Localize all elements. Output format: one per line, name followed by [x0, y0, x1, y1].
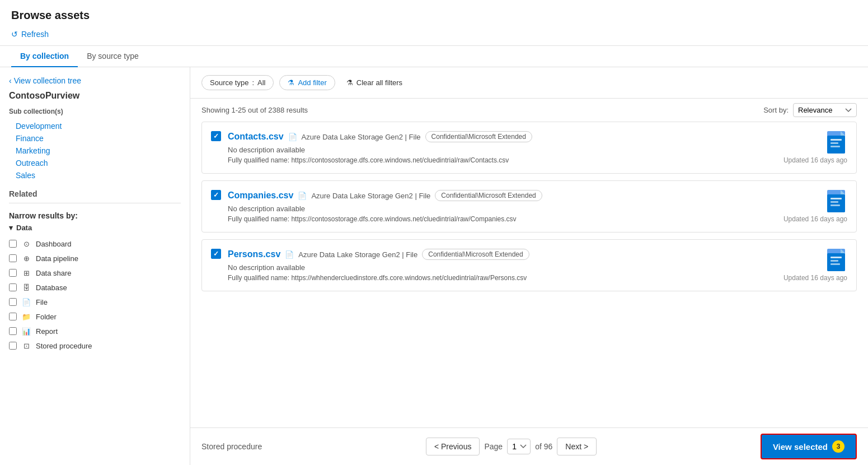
data-section-header[interactable]: ▾ Data [9, 224, 181, 232]
view-selected-button[interactable]: View selected 3 [761, 434, 857, 459]
asset-fqn-companies-csv: Fully qualified name: https://contososto… [228, 215, 818, 223]
source-type-value: All [257, 78, 265, 87]
file-type-icon-2: 📄 [298, 192, 307, 200]
results-bar: Showing 1-25 out of 2388 results Sort by… [190, 99, 868, 122]
filter-item-file[interactable]: 📄 File [9, 295, 181, 309]
filter-item-stored-procedure[interactable]: ⊡ Stored procedure [9, 338, 181, 353]
clear-all-filters-button[interactable]: ⚗ Clear all filters [341, 76, 408, 90]
sort-row: Sort by: Relevance Name Last updated [763, 103, 857, 117]
refresh-button[interactable]: ↺ Refresh [11, 27, 49, 41]
filter-item-data-pipeline[interactable]: ⊕ Data pipeline [9, 251, 181, 266]
database-icon: 🗄 [21, 282, 31, 292]
sub-collections-list: Development Finance Marketing Outreach S… [9, 120, 181, 182]
file-icon: 📄 [21, 297, 31, 307]
sub-collections-label: Sub collection(s) [9, 108, 181, 115]
sort-select[interactable]: Relevance Name Last updated [793, 103, 857, 117]
asset-description-contacts-csv: No description available [228, 146, 818, 154]
asset-thumbnail-3 [825, 249, 847, 276]
source-type-filter[interactable]: Source type : All [201, 75, 274, 90]
svg-rect-16 [831, 263, 840, 265]
data-section: ▾ Data ⊙ Dashboard ⊕ Data pipeline ⊞ Dat… [9, 224, 181, 353]
tab-by-source-type[interactable]: By source type [78, 46, 148, 67]
asset-badge-companies-csv: Confidential\Microsoft Extended [435, 190, 542, 201]
sidebar-item-development[interactable]: Development [9, 120, 181, 132]
asset-name-contacts-csv[interactable]: Contacts.csv [228, 132, 284, 142]
add-filter-button[interactable]: ⚗ Add filter [279, 75, 335, 90]
svg-rect-7 [827, 194, 845, 212]
filter-item-data-share[interactable]: ⊞ Data share [9, 266, 181, 280]
sidebar: ‹ View collection tree ContosoPurview Su… [0, 67, 190, 465]
svg-rect-9 [831, 201, 838, 203]
collection-name: ContosoPurview [9, 91, 181, 101]
asset-badge-persons-csv: Confidential\Microsoft Extended [422, 249, 529, 260]
filter-bar: Source type : All ⚗ Add filter ⚗ Clear a… [190, 67, 868, 99]
file-type-icon-1: 📄 [288, 133, 297, 141]
filter-checkbox-data-share[interactable] [9, 269, 17, 277]
next-button[interactable]: Next > [557, 438, 597, 455]
svg-rect-2 [831, 139, 842, 141]
tabs-row: By collection By source type [0, 46, 868, 67]
stored-procedure-footer-label: Stored procedure [201, 442, 262, 451]
asset-name-companies-csv[interactable]: Companies.csv [228, 190, 293, 201]
asset-updated-companies-csv: Updated 16 days ago [783, 215, 847, 223]
svg-rect-10 [831, 204, 840, 206]
asset-checkbox-contacts-csv[interactable] [211, 131, 221, 141]
asset-description-companies-csv: No description available [228, 204, 818, 213]
page-select[interactable]: 1 2 3 [507, 439, 531, 454]
svg-rect-1 [827, 136, 845, 154]
of-label: of 96 [535, 442, 552, 451]
sidebar-item-outreach[interactable]: Outreach [9, 157, 181, 169]
asset-card-companies-csv: Companies.csv 📄 Azure Data Lake Storage … [201, 180, 857, 232]
filter-checkbox-file[interactable] [9, 298, 17, 306]
asset-checkbox-persons-csv[interactable] [211, 249, 221, 259]
svg-rect-14 [831, 257, 842, 258]
previous-button[interactable]: < Previous [426, 438, 480, 455]
filter-item-report[interactable]: 📊 Report [9, 324, 181, 338]
chevron-left-icon: ‹ [9, 76, 12, 85]
refresh-icon: ↺ [11, 30, 18, 39]
data-share-icon: ⊞ [21, 268, 31, 278]
data-pipeline-icon: ⊕ [21, 253, 31, 263]
source-type-label: Source type [210, 78, 248, 87]
filter-checkbox-data-pipeline[interactable] [9, 254, 17, 262]
asset-updated-contacts-csv: Updated 16 days ago [783, 156, 847, 164]
dashboard-icon: ⊙ [21, 239, 31, 249]
pagination-bar: Stored procedure < Previous Page 1 2 3 o… [190, 427, 868, 465]
filter-checkbox-dashboard[interactable] [9, 240, 17, 248]
asset-description-persons-csv: No description available [228, 263, 818, 272]
asset-source-2: Azure Data Lake Storage Gen2 | File [311, 192, 430, 200]
asset-thumbnail-1 [825, 131, 847, 158]
tab-by-collection[interactable]: By collection [11, 46, 78, 67]
stored-procedure-icon: ⊡ [21, 341, 31, 351]
sidebar-item-marketing[interactable]: Marketing [9, 145, 181, 157]
asset-source-1: Azure Data Lake Storage Gen2 | File [302, 133, 421, 141]
asset-source-3: Azure Data Lake Storage Gen2 | File [298, 250, 417, 259]
pagination-controls: < Previous Page 1 2 3 of 96 Next > [426, 438, 597, 455]
filter-item-database[interactable]: 🗄 Database [9, 280, 181, 295]
svg-rect-13 [827, 253, 845, 271]
filter-checkbox-report[interactable] [9, 327, 17, 335]
page-label: Page [484, 442, 503, 451]
sidebar-item-finance[interactable]: Finance [9, 132, 181, 145]
filter-checkbox-folder[interactable] [9, 313, 17, 320]
sort-label: Sort by: [763, 106, 789, 114]
filter-checkbox-stored-procedure[interactable] [9, 342, 17, 350]
narrow-results-label: Narrow results by: [9, 211, 181, 220]
file-type-icon-3: 📄 [285, 250, 294, 259]
asset-name-persons-csv[interactable]: Persons.csv [228, 249, 280, 259]
svg-rect-8 [831, 198, 842, 199]
filter-item-dashboard[interactable]: ⊙ Dashboard [9, 236, 181, 251]
filter-checkbox-database[interactable] [9, 283, 17, 291]
report-icon: 📊 [21, 326, 31, 336]
asset-fqn-persons-csv: Fully qualified name: https://whhendercl… [228, 274, 818, 282]
asset-card-persons-csv: Persons.csv 📄 Azure Data Lake Storage Ge… [201, 239, 857, 291]
filter-item-folder[interactable]: 📁 Folder [9, 309, 181, 324]
asset-badge-contacts-csv: Confidential\Microsoft Extended [425, 131, 532, 142]
sidebar-item-sales[interactable]: Sales [9, 169, 181, 182]
folder-icon: 📁 [21, 311, 31, 322]
filter-icon: ⚗ [288, 78, 294, 87]
asset-checkbox-companies-csv[interactable] [211, 190, 221, 200]
svg-rect-15 [831, 260, 838, 262]
related-label: Related [9, 189, 181, 198]
view-collection-tree-button[interactable]: ‹ View collection tree [9, 76, 181, 85]
